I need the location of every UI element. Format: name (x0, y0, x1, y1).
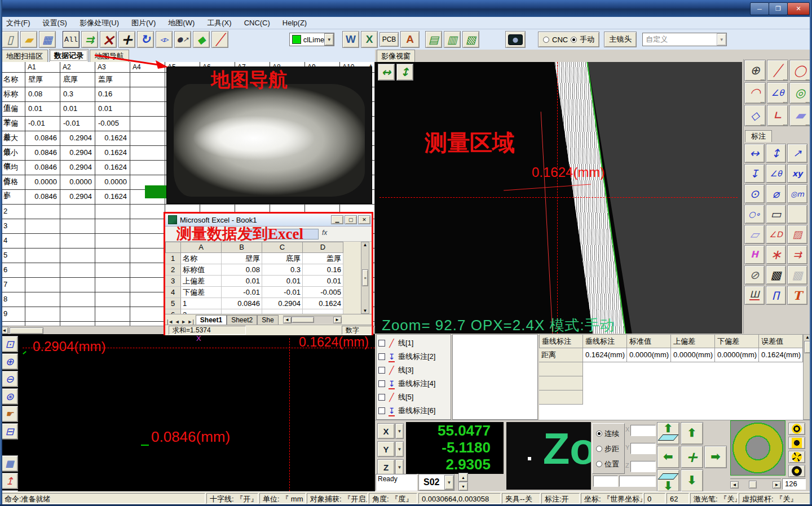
sheet-tab[interactable]: Sheet1 (196, 315, 227, 325)
excel-cell[interactable]: -0.01 (222, 287, 262, 298)
grid-cell[interactable] (60, 248, 95, 263)
grid-cell[interactable]: 0.1624 (95, 190, 130, 204)
grid-row-header[interactable]: 名称 (0, 73, 25, 87)
y-axis-button[interactable]: Y (377, 441, 395, 457)
excel-cell[interactable] (303, 309, 343, 314)
chevron-down-icon[interactable] (444, 475, 454, 490)
grid-cell[interactable] (60, 219, 95, 233)
measure-tool-button[interactable] (767, 105, 788, 126)
grid-cell[interactable]: 0.1624 (95, 131, 130, 145)
annotation-tool-button[interactable] (744, 265, 765, 285)
jog-y-plus-button[interactable]: ⬆ (681, 422, 703, 445)
table-row[interactable] (539, 376, 803, 390)
list-item[interactable]: 线[5] (378, 390, 451, 404)
grid-cell[interactable]: 0.3 (60, 87, 95, 101)
feed-input[interactable] (593, 476, 618, 487)
annotation-tool-button[interactable] (787, 144, 807, 163)
pcb-button[interactable]: PCB (379, 32, 399, 47)
list-item[interactable]: 线[3] (378, 363, 451, 377)
grid-cell[interactable] (25, 205, 60, 219)
grid-cell[interactable] (130, 219, 165, 233)
excel-cell[interactable] (262, 309, 303, 314)
export-word-button[interactable]: W (342, 31, 359, 48)
grid-cell[interactable] (130, 278, 165, 292)
grid-cell[interactable]: 0.0000 (25, 175, 60, 189)
cad-tool-button[interactable] (1, 353, 18, 370)
grid-cell[interactable] (25, 292, 60, 307)
grid-cell[interactable]: 0.2904 (60, 131, 95, 145)
light-pattern-button[interactable] (788, 423, 805, 435)
excel-cell[interactable]: 0.01 (262, 276, 303, 287)
grid-cell[interactable] (130, 234, 165, 248)
nav-preview-panel[interactable]: Zo (506, 422, 591, 490)
grid-row-header[interactable]: 1 (0, 190, 25, 204)
capture-button[interactable] (505, 31, 526, 48)
delete-button[interactable] (100, 31, 117, 48)
grid-cell[interactable] (25, 248, 60, 263)
tab-annotation[interactable]: 标注 (745, 130, 772, 142)
grid-cell[interactable] (60, 292, 95, 307)
menu-item[interactable]: 文件(F) (0, 18, 37, 28)
move-button[interactable] (118, 31, 135, 48)
menu-item[interactable]: 图片(V) (125, 18, 162, 28)
grid-cell[interactable] (95, 263, 130, 277)
jog-mode-option[interactable]: 步距 (596, 441, 624, 456)
grid-cell[interactable] (130, 248, 165, 263)
item-checkbox[interactable] (378, 353, 385, 360)
excel-cell[interactable]: 下偏差 (181, 287, 222, 298)
light-pattern-button[interactable] (788, 451, 805, 463)
annotation-tool-button[interactable] (766, 286, 786, 305)
excel-cell[interactable]: 0.2904 (262, 298, 303, 309)
grid-cell[interactable] (25, 278, 60, 292)
grid-cell[interactable] (60, 205, 95, 219)
list-item[interactable]: 线[1] (378, 336, 451, 350)
grid-row-header[interactable]: 5 (0, 248, 25, 263)
grid-row-header[interactable]: 4 (0, 234, 25, 248)
menu-item[interactable]: Help(Z) (276, 19, 313, 27)
grid-row-header[interactable]: 下偏差 (0, 117, 25, 131)
annotation-tool-button[interactable] (787, 245, 807, 264)
grid-cell[interactable] (60, 307, 95, 321)
grid-row-header[interactable]: 7 (0, 278, 25, 292)
y-axis-dropdown-icon[interactable] (395, 441, 404, 457)
menu-item[interactable]: 影像处理(U) (73, 18, 125, 28)
rotate-button[interactable] (137, 31, 154, 48)
grid-cell[interactable]: 0.0846 (25, 146, 60, 160)
excel-cell[interactable]: 底厚 (262, 253, 303, 264)
scroll-down-icon[interactable]: ▼ (363, 308, 368, 313)
annotation-tool-button[interactable] (766, 265, 786, 285)
grid-cell[interactable] (25, 219, 60, 233)
annotation-tool-button[interactable] (744, 144, 765, 163)
annotation-tool-button[interactable] (766, 245, 786, 264)
minimize-button[interactable]: ─ (750, 2, 769, 15)
grid-row-header[interactable]: 最大值 (0, 131, 25, 145)
tab-data-record[interactable]: 数据记录 (49, 49, 89, 62)
excel-cell[interactable]: 0.01 (303, 276, 343, 287)
jog-y-minus-button[interactable]: ⬇ (681, 469, 703, 492)
annotation-tool-button[interactable] (787, 225, 807, 244)
excel-v-scrollbar[interactable]: ▲ ≡ ▼ (361, 242, 369, 314)
scroll-thumb[interactable] (292, 317, 314, 323)
grid-cell[interactable]: 0.0000 (95, 175, 130, 189)
item-checkbox[interactable] (378, 340, 385, 347)
annotation-tool-button[interactable] (744, 286, 765, 305)
grid-cell[interactable]: 底厚 (60, 73, 95, 87)
excel-cell[interactable] (222, 309, 262, 314)
grid-cell[interactable]: 0.1624 (95, 161, 130, 175)
color-combo[interactable]: clLime (289, 33, 334, 46)
spin-down-icon[interactable]: ▼ (458, 482, 468, 491)
excel-cell[interactable]: 1 (181, 298, 222, 309)
annotation-tool-button[interactable] (787, 164, 807, 183)
ring-light-panel[interactable] (730, 420, 785, 476)
measure-tool-button[interactable] (767, 82, 788, 104)
table-row[interactable] (539, 362, 803, 376)
cnc-radio[interactable] (543, 37, 549, 43)
excel-cell[interactable]: 3 (165, 276, 181, 287)
grid-row-header[interactable]: 6 (0, 263, 25, 277)
grid-cell[interactable] (95, 248, 130, 263)
item-checkbox[interactable] (378, 394, 385, 401)
scroll-thumb[interactable] (749, 481, 757, 489)
scroll-right-icon[interactable]: ► (333, 317, 342, 323)
grid-row-header[interactable]: 最小值 (0, 146, 25, 160)
sheet-tab[interactable]: Sheet2 (227, 315, 257, 325)
